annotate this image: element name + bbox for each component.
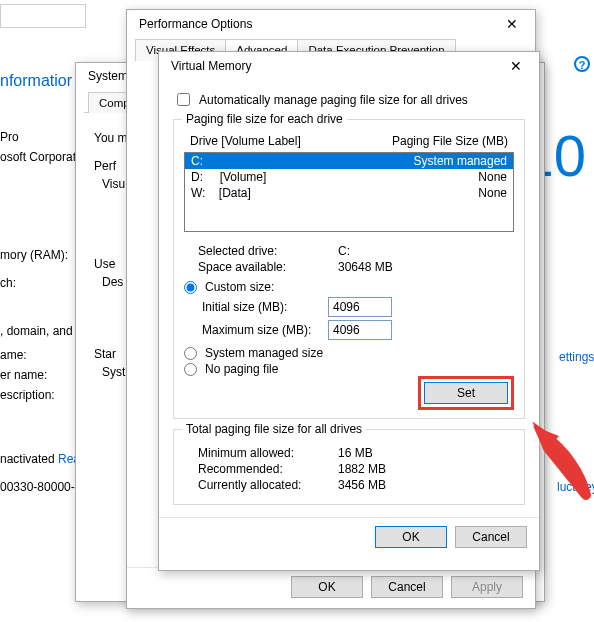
recommended-label: Recommended: [198, 462, 338, 476]
bg-domain: , domain, and [0, 324, 73, 338]
max-size-input[interactable] [328, 320, 392, 340]
drive-row[interactable]: C: System managed [185, 153, 513, 169]
settings-link[interactable]: ettings [559, 350, 594, 364]
set-button[interactable]: Set [424, 382, 508, 404]
selected-drive-value: C: [338, 244, 350, 258]
auto-manage-label: Automatically manage paging file size fo… [199, 93, 468, 107]
space-available-value: 30648 MB [338, 260, 393, 274]
drive-letter: D: [191, 170, 203, 184]
drive-volume: [Volume] [220, 170, 267, 184]
min-allowed-value: 16 MB [338, 446, 373, 460]
auto-manage-checkbox[interactable] [177, 93, 190, 106]
bg-nactivated: nactivated [0, 452, 55, 466]
recommended-value: 1882 MB [338, 462, 386, 476]
virtual-memory-dialog: Virtual Memory ✕ Automatically manage pa… [158, 51, 540, 571]
vm-cancel-button[interactable]: Cancel [455, 526, 527, 548]
paging-per-drive-group: Paging file size for each drive Drive [V… [173, 119, 525, 419]
group-title-drive: Paging file size for each drive [182, 112, 347, 126]
initial-size-input[interactable] [328, 297, 392, 317]
perf-cancel-button[interactable]: Cancel [371, 576, 443, 598]
selected-drive-label: Selected drive: [198, 244, 338, 258]
radio-none-input[interactable] [184, 363, 197, 376]
bg-ch: ch: [0, 276, 16, 290]
total-paging-group: Total paging file size for all drives Mi… [173, 429, 525, 505]
group-title-total: Total paging file size for all drives [182, 422, 366, 436]
bg-ram: mory (RAM): [0, 248, 68, 262]
perf-apply-button[interactable]: Apply [451, 576, 523, 598]
drive-letter: W: [191, 186, 205, 200]
currently-allocated-value: 3456 MB [338, 478, 386, 492]
vm-ok-button[interactable]: OK [375, 526, 447, 548]
set-button-highlight: Set [418, 376, 514, 410]
radio-custom-label: Custom size: [205, 280, 274, 294]
min-allowed-label: Minimum allowed: [198, 446, 338, 460]
close-icon[interactable]: ✕ [497, 16, 527, 32]
currently-allocated-label: Currently allocated: [198, 478, 338, 492]
bg-pro: Pro [0, 130, 19, 144]
col-header-drive: Drive [Volume Label] [190, 134, 340, 148]
drive-paging: None [341, 185, 507, 201]
drive-list[interactable]: C: System managed D: [Volume] None W: [D… [184, 152, 514, 232]
space-available-label: Space available: [198, 260, 338, 274]
drive-row[interactable]: W: [Data] None [185, 185, 513, 201]
perf-title: Performance Options [139, 17, 252, 31]
max-size-label: Maximum size (MB): [202, 323, 320, 337]
drive-row[interactable]: D: [Volume] None [185, 169, 513, 185]
bg-name: ame: [0, 348, 27, 362]
drive-paging: None [341, 169, 507, 185]
bg-productid: 00330-80000-0 [0, 480, 81, 494]
bg-description: escription: [0, 388, 55, 402]
radio-none-label: No paging file [205, 362, 278, 376]
bg-corp: osoft Corporat [0, 150, 76, 164]
bg-username: er name: [0, 368, 47, 382]
radio-system-managed[interactable]: System managed size [184, 346, 514, 360]
radio-custom-size[interactable]: Custom size: [184, 280, 514, 294]
product-key-link[interactable]: luct key [557, 480, 594, 494]
radio-system-input[interactable] [184, 347, 197, 360]
radio-no-paging[interactable]: No paging file [184, 362, 514, 376]
drive-letter: C: [191, 154, 203, 168]
initial-size-label: Initial size (MB): [202, 300, 320, 314]
auto-manage-checkbox-row[interactable]: Automatically manage paging file size fo… [173, 90, 525, 109]
radio-system-label: System managed size [205, 346, 323, 360]
drive-volume: [Data] [219, 186, 251, 200]
perf-ok-button[interactable]: OK [291, 576, 363, 598]
information-heading: nformatior [0, 72, 72, 90]
radio-custom-input[interactable] [184, 281, 197, 294]
drive-paging: System managed [341, 153, 507, 169]
vm-title: Virtual Memory [171, 59, 251, 73]
col-header-pfs: Paging File Size (MB) [340, 134, 508, 148]
bg-box [0, 4, 86, 28]
close-icon[interactable]: ✕ [501, 58, 531, 74]
help-icon[interactable]: ? [574, 56, 590, 72]
system-title: System [88, 69, 128, 83]
